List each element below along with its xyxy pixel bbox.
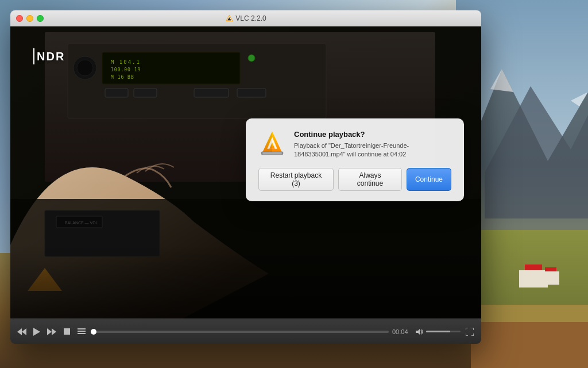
rewind-icon — [17, 328, 26, 335]
window-title: VLC 2.2.0 — [225, 14, 266, 22]
video-content: M 104.1 100.00 19 M 16 BB — [10, 26, 481, 319]
volume-area — [416, 328, 461, 335]
video-area[interactable]: M 104.1 100.00 19 M 16 BB — [10, 26, 481, 319]
dialog-text-area: Continue playback? Playback of "Der_Tato… — [294, 130, 451, 159]
playlist-icon — [78, 328, 86, 335]
volume-bar[interactable] — [426, 331, 461, 332]
title-bar: VLC 2.2.0 — [10, 10, 481, 26]
svg-marker-46 — [52, 328, 56, 335]
traffic-lights — [16, 15, 44, 22]
close-button[interactable] — [16, 15, 23, 22]
fullscreen-button[interactable] — [464, 326, 475, 338]
minimize-button[interactable] — [26, 15, 33, 22]
dialog-overlay: Continue playback? Playback of "Der_Tato… — [10, 26, 481, 293]
volume-icon — [416, 328, 424, 335]
vlc-window: VLC 2.2.0 — [10, 10, 481, 344]
continue-button[interactable]: Continue — [407, 168, 451, 191]
svg-rect-40 — [262, 152, 282, 154]
svg-marker-45 — [47, 328, 52, 335]
stop-button[interactable] — [61, 326, 72, 338]
vlc-title-icon — [225, 14, 233, 22]
svg-marker-51 — [416, 329, 420, 335]
maximize-button[interactable] — [37, 15, 44, 22]
svg-marker-41 — [262, 131, 272, 152]
stop-icon — [64, 328, 70, 335]
always-continue-button[interactable]: Always continue — [338, 168, 402, 191]
svg-rect-48 — [78, 328, 86, 329]
svg-rect-47 — [64, 328, 70, 335]
progress-thumb — [91, 329, 96, 335]
volume-fill — [426, 331, 450, 332]
time-display: 00:04 — [392, 328, 412, 335]
forward-icon — [47, 328, 56, 335]
dialog-buttons: Restart playback (3) Always continue Con… — [258, 168, 451, 191]
rewind-button[interactable] — [16, 326, 28, 338]
dialog-header: Continue playback? Playback of "Der_Tato… — [258, 130, 451, 159]
vlc-cone-icon — [258, 130, 286, 158]
play-icon — [33, 328, 40, 336]
play-button[interactable] — [31, 326, 42, 338]
progress-bar[interactable] — [91, 331, 389, 333]
dialog-title: Continue playback? — [294, 130, 451, 139]
fullscreen-icon — [466, 328, 474, 336]
controls-bar: 00:04 — [10, 319, 481, 344]
continue-playback-dialog: Continue playback? Playback of "Der_Tato… — [246, 118, 464, 202]
svg-marker-42 — [17, 328, 22, 335]
svg-rect-50 — [78, 333, 86, 334]
playlist-button[interactable] — [76, 326, 87, 338]
svg-marker-43 — [22, 328, 26, 335]
dialog-message: Playback of "Der_Tatortrei­niger-Freunde… — [294, 141, 451, 159]
svg-marker-44 — [33, 328, 40, 336]
forward-button[interactable] — [46, 326, 57, 338]
svg-rect-9 — [542, 271, 559, 285]
restart-playback-button[interactable]: Restart playback (3) — [258, 168, 334, 191]
svg-rect-49 — [78, 331, 86, 332]
